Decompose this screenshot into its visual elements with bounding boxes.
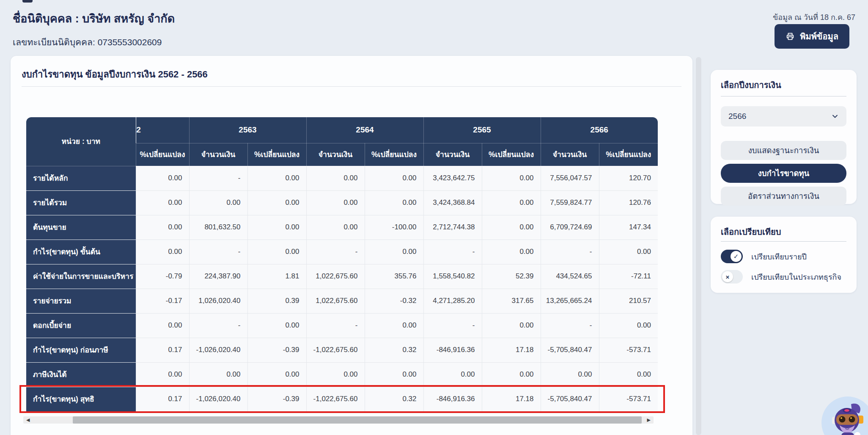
value-cell: 1,558,540.82 <box>423 264 482 289</box>
value-cell: 801,632.50 <box>189 215 247 240</box>
value-cell: 355.76 <box>365 264 423 289</box>
value-cell: 0.00 <box>247 313 306 338</box>
toggle-label: เปรียบเทียบรายปี <box>751 251 807 263</box>
value-cell: 0.00 <box>247 190 306 215</box>
value-cell: - <box>189 240 247 264</box>
toggle-switch[interactable]: ✓ <box>721 250 743 263</box>
value-cell: - <box>541 313 599 338</box>
amount-header: จำนวนเงิน <box>541 143 599 166</box>
year-header-2563: 2563 <box>189 117 306 143</box>
print-button[interactable]: พิมพ์ข้อมูล <box>775 24 849 49</box>
value-cell: 317.65 <box>482 289 541 313</box>
compare-panel: เลือกเปรียบเทียบ ✓เปรียบเทียบรายปี×เปรีย… <box>711 217 857 293</box>
value-cell: 0.00 <box>306 362 365 387</box>
change-header: %เปลี่ยนแปลง <box>136 143 189 166</box>
value-cell: 0.00 <box>365 190 423 215</box>
vertical-scrollbar[interactable] <box>696 57 701 435</box>
value-cell: 147.34 <box>599 215 658 240</box>
row-label: ค่าใช้จ่ายในการขายและบริหาร <box>26 264 136 289</box>
value-cell: 0.00 <box>136 240 189 264</box>
data-as-of-date: ข้อมูล ณ วันที่ 18 ก.ค. 67 <box>773 11 855 23</box>
value-cell: 0.00 <box>247 166 306 190</box>
value-cell: -1,026,020.40 <box>189 387 247 411</box>
row-label: ดอกเบี้ยจ่าย <box>26 313 136 338</box>
unit-header-cell: หน่วย : บาท <box>26 117 136 166</box>
value-cell: 1.81 <box>247 264 306 289</box>
table-body: รายได้หลัก0.00-0.000.000.003,423,642.750… <box>26 166 658 411</box>
value-cell: 0.00 <box>482 215 541 240</box>
value-cell: -1,022,675.60 <box>306 387 365 411</box>
change-header: %เปลี่ยนแปลง <box>247 143 306 166</box>
value-cell: 0.17 <box>136 338 189 362</box>
value-cell: - <box>541 240 599 264</box>
value-cell: 0.00 <box>247 215 306 240</box>
row-label: ภาษีเงินได้ <box>26 362 136 387</box>
year-header-2564: 2564 <box>306 117 423 143</box>
value-cell: -573.71 <box>599 338 658 362</box>
toggle-switch[interactable]: × <box>721 270 743 284</box>
value-cell: -5,705,840.47 <box>541 338 599 362</box>
statement-tab-button[interactable]: งบแสดงฐานะการเงิน <box>721 141 846 160</box>
value-cell: 0.00 <box>136 313 189 338</box>
value-cell: 0.00 <box>365 166 423 190</box>
change-header: %เปลี่ยนแปลง <box>365 143 423 166</box>
mascot-chat-widget[interactable] <box>821 396 868 435</box>
statement-card: งบกำไรขาดทุน ข้อมูลปีงบการเงิน 2562 - 25… <box>11 56 692 435</box>
scroll-left-arrow[interactable]: ◀ <box>26 417 30 423</box>
year-select[interactable]: 2566 <box>721 106 846 127</box>
value-cell: 120.76 <box>599 190 658 215</box>
value-cell: 1,022,675.60 <box>306 264 365 289</box>
value-cell: 0.32 <box>365 338 423 362</box>
statement-tab-button[interactable]: งบกำไรขาดทุน <box>721 164 846 183</box>
value-cell: 6,709,724.69 <box>541 215 599 240</box>
value-cell: 0.00 <box>482 313 541 338</box>
value-cell: 0.00 <box>541 362 599 387</box>
table-row: รายจ่ายรวม-0.171,026,020.400.391,022,675… <box>26 289 658 313</box>
scroll-right-arrow[interactable]: ▶ <box>647 417 651 423</box>
statement-buttons: งบแสดงฐานะการเงินงบกำไรขาดทุนอัตราส่วนทา… <box>721 141 846 209</box>
value-cell: 7,556,047.57 <box>541 166 599 190</box>
amount-header: จำนวนเงิน <box>306 143 365 166</box>
value-cell: 0.00 <box>136 215 189 240</box>
value-cell: 0.00 <box>482 362 541 387</box>
table-row: ต้นทุนขาย0.00801,632.500.000.00-100.002,… <box>26 215 658 240</box>
value-cell: 0.00 <box>189 362 247 387</box>
value-cell: 13,265,665.24 <box>541 289 599 313</box>
scrollbar-thumb[interactable] <box>73 416 642 424</box>
value-cell: 0.00 <box>482 166 541 190</box>
value-cell: - <box>423 240 482 264</box>
table-row: ภาษีเงินได้0.000.000.000.000.000.000.000… <box>26 362 658 387</box>
horizontal-scrollbar[interactable]: ◀ ▶ <box>23 416 654 424</box>
value-cell: 210.57 <box>599 289 658 313</box>
statement-tab-button[interactable]: อัตราส่วนทางการเงิน <box>721 187 846 206</box>
toggle-row: ×เปรียบเทียบในประเภทธุรกิจ <box>721 270 848 284</box>
year-select-value: 2566 <box>728 112 746 121</box>
value-cell: -0.17 <box>136 289 189 313</box>
row-label: กำไร(ขาดทุน) ขั้นต้น <box>26 240 136 264</box>
registration-number: เลขทะเบียนนิติบุคคล: 0735553002609 <box>13 35 175 49</box>
value-cell: 0.00 <box>365 362 423 387</box>
change-header: %เปลี่ยนแปลง <box>599 143 658 166</box>
value-cell: -846,916.36 <box>423 387 482 411</box>
value-cell: 0.00 <box>423 362 482 387</box>
value-cell: -846,916.36 <box>423 338 482 362</box>
chevron-down-icon <box>831 113 839 120</box>
value-cell: 0.00 <box>136 166 189 190</box>
table-row: กำไร(ขาดทุน) สุทธิ0.17-1,026,020.40-0.39… <box>26 387 658 411</box>
value-cell: 0.00 <box>247 240 306 264</box>
year-panel-title: เลือกปีงบการเงิน <box>721 78 781 92</box>
value-cell: 0.00 <box>247 362 306 387</box>
value-cell: 224,387.90 <box>189 264 247 289</box>
title-divider <box>22 86 681 87</box>
year-header-row: หน่วย : บาท 2562 2563 2564 2565 2566 <box>26 117 658 143</box>
amount-header: จำนวนเงิน <box>423 143 482 166</box>
value-cell: 3,423,642.75 <box>423 166 482 190</box>
value-cell: - <box>189 313 247 338</box>
mascot-avatar <box>821 396 868 435</box>
value-cell: 1,026,020.40 <box>189 289 247 313</box>
value-cell: -0.79 <box>136 264 189 289</box>
value-cell: 0.00 <box>306 190 365 215</box>
value-cell: 1,022,675.60 <box>306 289 365 313</box>
panel-divider <box>721 96 846 96</box>
value-cell: 0.00 <box>482 190 541 215</box>
